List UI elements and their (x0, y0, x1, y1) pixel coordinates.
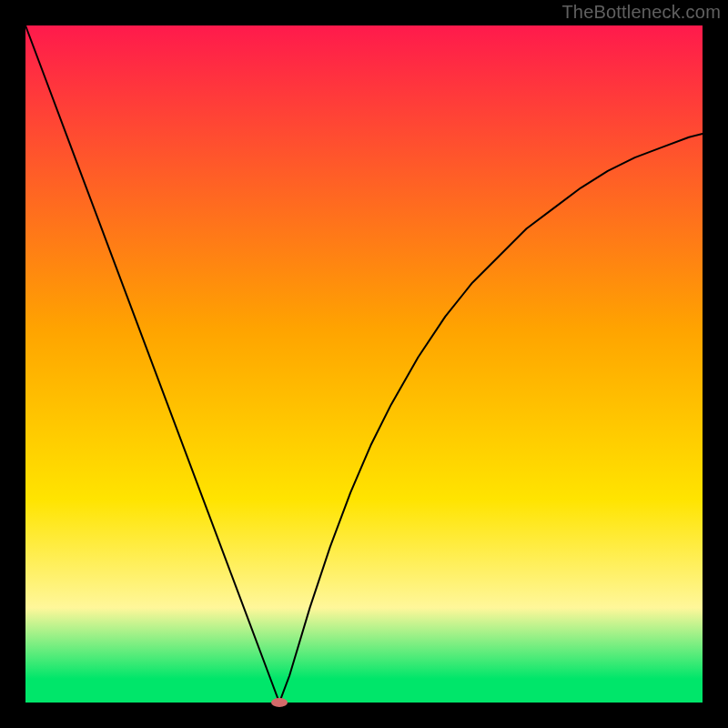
chart-container: TheBottleneck.com (0, 0, 728, 728)
minimum-marker (271, 698, 288, 707)
watermark-text: TheBottleneck.com (561, 2, 721, 23)
plot-background (25, 25, 703, 703)
bottleneck-chart (0, 0, 728, 728)
